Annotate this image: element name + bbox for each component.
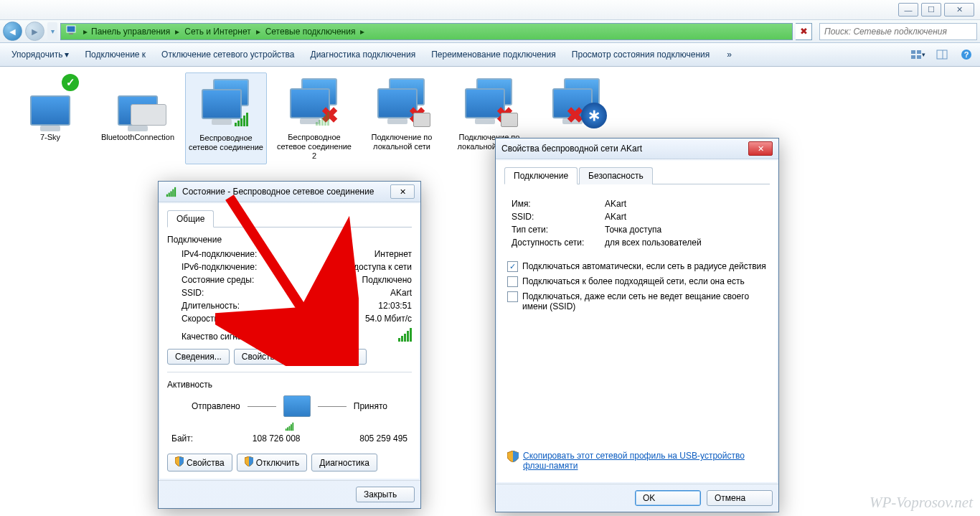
checkbox-auto-connect[interactable]: ✓ Подключаться автоматически, если сеть …	[507, 259, 767, 274]
search-box[interactable]	[819, 23, 977, 40]
duration-label: Длительность:	[182, 301, 240, 311]
speed-value: 54.0 Мбит/с	[365, 314, 412, 324]
tab-security[interactable]: Безопасность	[579, 167, 653, 184]
checkbox-icon	[507, 276, 518, 287]
connected-check-icon: ✓	[62, 74, 79, 91]
svg-rect-3	[917, 50, 921, 54]
tab-general[interactable]: Общие	[167, 210, 214, 227]
copy-profile-link[interactable]: Скопировать этот сетевой профиль на USB-…	[523, 451, 753, 471]
bluetooth-icon: ∗	[581, 103, 607, 128]
ok-button[interactable]: OK	[635, 490, 701, 506]
breadcrumb-network-connections[interactable]: Сетевые подключения▸	[264, 24, 369, 39]
connection-label: Беспроводное сетевое соединение 2	[275, 133, 353, 161]
wireless-properties-button[interactable]: Свойства беспроводной сети	[234, 349, 367, 365]
breadcrumb-control-panel[interactable]: Панель управления▸	[90, 24, 183, 39]
help-button[interactable]: ?	[957, 46, 976, 63]
connection-label: BluetoothConnection	[101, 133, 174, 142]
disable-button[interactable]: Отключить	[237, 454, 308, 472]
checkbox-label: Подключаться автоматически, если сеть в …	[522, 261, 766, 271]
connection-label: Подключение по локальной сети	[363, 133, 440, 151]
ipv4-label: IPv4-подключение:	[182, 249, 257, 259]
signal-bars-icon	[235, 109, 252, 126]
props-name-value: AKart	[605, 199, 767, 209]
connection-wireless-1[interactable]: Беспроводное сетевое соединение	[185, 72, 267, 164]
status-dialog-titlebar[interactable]: Состояние - Беспроводное сетевое соедине…	[159, 182, 420, 202]
signal-bars-icon	[316, 108, 333, 126]
properties-dialog-titlebar[interactable]: Свойства беспроводной сети AKart ✕	[496, 139, 778, 159]
address-bar[interactable]: ▸ Панель управления▸ Сеть и Интернет▸ Се…	[60, 23, 793, 40]
media-state-label: Состояние среды:	[182, 275, 254, 285]
connection-wireless-2[interactable]: ✖ Беспроводное сетевое соединение 2	[274, 72, 354, 164]
rj45-icon	[501, 113, 518, 127]
nav-back-button[interactable]: ◄	[3, 22, 22, 41]
checkbox-icon	[507, 291, 518, 302]
command-toolbar: Упорядочить ▾ Подключение к Отключение с…	[0, 43, 980, 67]
toolbar-connect-to[interactable]: Подключение к	[77, 47, 153, 62]
toolbar-organize[interactable]: Упорядочить ▾	[4, 47, 76, 62]
properties-dialog-close-button[interactable]: ✕	[748, 141, 773, 156]
cancel-button[interactable]: Отмена	[707, 490, 773, 506]
ipv4-value: Интернет	[374, 249, 412, 259]
connection-label: 7-Sky	[40, 133, 60, 142]
svg-text:?: ?	[964, 50, 969, 59]
ipv6-label: IPv6-подключение:	[182, 262, 257, 272]
ssid-value: AKart	[390, 288, 412, 298]
connection-lan-1[interactable]: ✖ Подключение по локальной сети	[362, 72, 442, 164]
properties-dialog: Свойства беспроводной сети AKart ✕ Подкл…	[495, 138, 779, 512]
toolbar-rename[interactable]: Переименование подключения	[424, 47, 563, 62]
props-nettype-label: Тип сети:	[512, 225, 605, 235]
toolbar-diagnose[interactable]: Диагностика подключения	[303, 47, 423, 62]
bytes-sent-value: 108 726 008	[253, 433, 301, 444]
props-name-label: Имя:	[512, 199, 605, 209]
navigation-bar: ◄ ► ▾ ▸ Панель управления▸ Сеть и Интерн…	[0, 20, 980, 43]
svg-rect-0	[67, 26, 75, 32]
nav-forward-button[interactable]: ►	[25, 22, 44, 41]
shield-icon	[507, 451, 519, 462]
window-minimize-button[interactable]: —	[898, 3, 918, 17]
chevron-right-icon: ▸	[81, 27, 90, 37]
window-close-button[interactable]: ✕	[944, 3, 974, 17]
properties-dialog-title: Свойства беспроводной сети AKart	[501, 144, 642, 154]
view-options-button[interactable]: ▾	[908, 46, 927, 63]
signal-bars-icon	[166, 187, 176, 196]
shield-icon	[175, 456, 184, 469]
breadcrumb-network-internet[interactable]: Сеть и Интернет▸	[183, 24, 263, 39]
checkbox-label: Подключаться к более подходящей сети, ес…	[522, 276, 745, 286]
chevron-down-icon: ▾	[922, 51, 925, 58]
svg-rect-4	[911, 55, 915, 59]
tab-connection[interactable]: Подключение	[504, 167, 578, 184]
svg-rect-2	[911, 50, 915, 54]
signal-bars-icon	[286, 423, 293, 431]
address-stop-button[interactable]: ✖	[796, 23, 812, 40]
duration-value: 12:03:51	[378, 301, 412, 311]
shield-icon	[245, 456, 253, 469]
window-titlebar: — ☐ ✕	[0, 0, 980, 20]
search-input[interactable]	[820, 27, 976, 37]
preview-pane-button[interactable]	[933, 46, 951, 63]
connection-bluetooth[interactable]: BluetoothConnection	[98, 72, 178, 164]
bytes-received-value: 805 259 495	[359, 433, 407, 444]
close-button[interactable]: Закрыть	[356, 487, 415, 502]
chevron-down-icon: ▾	[65, 50, 69, 60]
svg-rect-5	[917, 55, 921, 59]
activity-computer-icon	[283, 395, 311, 417]
toolbar-disable-device[interactable]: Отключение сетевого устройства	[154, 47, 301, 62]
toolbar-view-status[interactable]: Просмотр состояния подключения	[565, 47, 717, 62]
toolbar-overflow[interactable]: »	[720, 47, 739, 62]
diagnose-button[interactable]: Диагностика	[311, 454, 377, 472]
nav-history-dropdown[interactable]: ▾	[47, 22, 57, 40]
checkbox-connect-hidden[interactable]: Подключаться, даже если сеть не ведет ве…	[507, 289, 767, 314]
properties-button[interactable]: Свойства	[167, 454, 232, 472]
props-ssid-label: SSID:	[512, 212, 605, 222]
sent-label: Отправлено	[192, 401, 240, 411]
connection-7sky[interactable]: ✓ 7-Sky	[10, 72, 90, 164]
minimize-icon: —	[905, 6, 913, 14]
window-maximize-button[interactable]: ☐	[921, 3, 941, 17]
status-dialog-close-button[interactable]: ✕	[390, 184, 415, 199]
details-button[interactable]: Сведения...	[167, 349, 230, 365]
media-state-value: Подключено	[362, 275, 412, 285]
close-icon: ✕	[956, 5, 963, 14]
modem-icon	[131, 104, 166, 126]
status-dialog: Состояние - Беспроводное сетевое соедине…	[158, 181, 421, 509]
checkbox-prefer-better[interactable]: Подключаться к более подходящей сети, ес…	[507, 274, 767, 289]
